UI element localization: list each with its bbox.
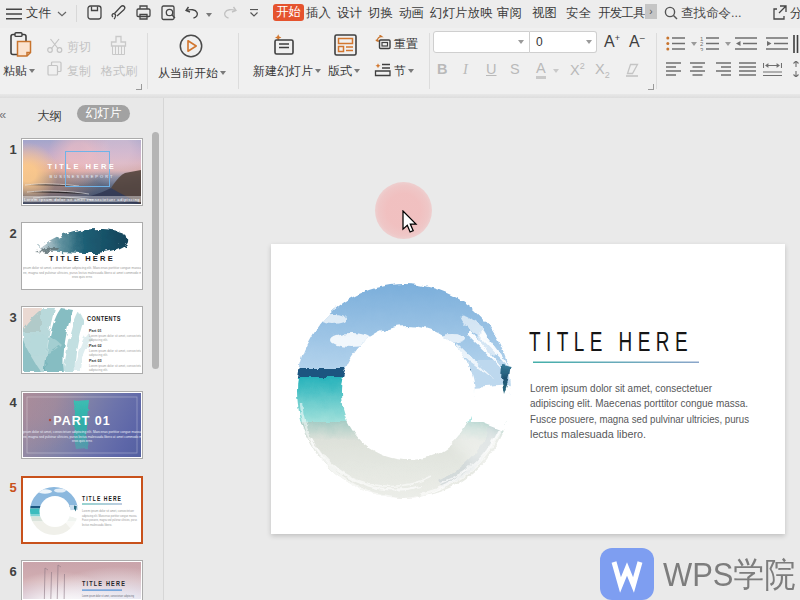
- svg-text:Lorem ipsum dolor sit amet, co: Lorem ipsum dolor sit amet, consectetuer…: [23, 430, 141, 434]
- svg-text:Fusce posuere, magna sed pulvi: Fusce posuere, magna sed pulvinar ultric…: [530, 413, 749, 425]
- svg-text:adipiscing elit. Maecenas port: adipiscing elit. Maecenas porttitor cong…: [82, 514, 137, 518]
- svg-text:TITLE HERE: TITLE HERE: [49, 254, 115, 263]
- svg-text:lectus malesuada libero.: lectus malesuada libero.: [530, 428, 646, 440]
- svg-text:Part 02: Part 02: [89, 344, 102, 348]
- svg-text:Lorem ipsum dolor sit amet, co: Lorem ipsum dolor sit amet, consectetuer: [530, 382, 712, 394]
- svg-text:adipiscing elit.: adipiscing elit.: [89, 353, 108, 357]
- svg-text:adipiscing elit.: adipiscing elit.: [89, 368, 108, 372]
- svg-text:Part 03: Part 03: [89, 359, 102, 363]
- svg-text:TITLE HERE: TITLE HERE: [529, 326, 693, 357]
- svg-text:posuere, magna sed pulvinar ul: posuere, magna sed pulvinar ultricies, p…: [23, 435, 141, 439]
- svg-text:elit. Maecenas porttitor congu: elit. Maecenas porttitor congue massa. F…: [82, 599, 132, 600]
- svg-text:3: 3: [700, 47, 704, 52]
- svg-text:PART 01: PART 01: [53, 414, 110, 428]
- svg-text:Lorem ipsum dolor sit amet, co: Lorem ipsum dolor sit amet, consectetuer: [82, 509, 134, 513]
- svg-text:TITLE HERE: TITLE HERE: [82, 580, 126, 587]
- svg-text:Fusce posuere, magna sed pulvi: Fusce posuere, magna sed pulvinar ultric…: [82, 518, 137, 522]
- svg-text:lectus malesuada libero.: lectus malesuada libero.: [82, 523, 112, 527]
- svg-text:adipiscing elit. Maecenas port: adipiscing elit. Maecenas porttitor cong…: [530, 397, 748, 409]
- svg-text:CONTENTS: CONTENTS: [87, 315, 121, 322]
- svg-text:eros quis erns: eros quis erns: [72, 275, 92, 279]
- svg-text:adipiscing elit.: adipiscing elit.: [89, 338, 108, 342]
- svg-text:Lorem ipsum dolor sit amet, co: Lorem ipsum dolor sit amet, consectetuer…: [82, 594, 134, 598]
- svg-text:Part 01: Part 01: [89, 329, 102, 333]
- svg-text:TITLE HERE: TITLE HERE: [82, 495, 122, 502]
- svg-text:posuere, magna sed pulvinar ul: posuere, magna sed pulvinar ultricies, p…: [23, 271, 141, 275]
- svg-text:Lorem ipsum dolor sit amet, co: Lorem ipsum dolor sit amet, consectetuer…: [23, 266, 141, 270]
- svg-text:eros quis erns: eros quis erns: [72, 439, 92, 443]
